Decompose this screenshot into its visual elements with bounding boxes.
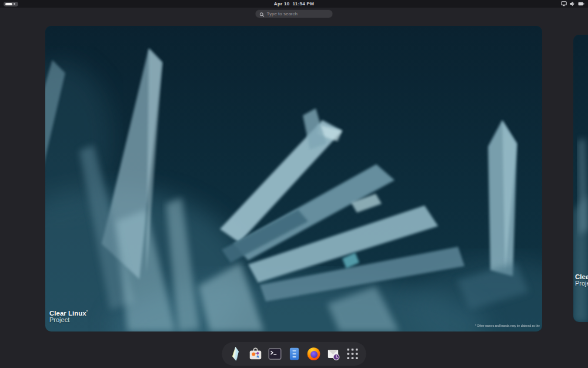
dash [222,342,366,366]
volume-icon [570,1,575,6]
nine-dot-grid-glyph [345,346,360,362]
terminal-prompt-glyph [267,346,282,362]
firefox-flame-glyph [306,346,321,362]
clock[interactable]: Apr 10 11:54 PM [274,0,314,8]
envelope-clock-glyph [325,346,340,362]
workspaces-indicator[interactable] [4,2,18,6]
crystal-shard-glyph [228,346,243,362]
firefox-icon[interactable] [305,346,322,363]
workspace-dot [14,3,15,5]
file-cabinet-glyph [286,346,302,362]
search-input[interactable] [267,11,329,16]
wallpaper-crystals-partial [573,35,588,322]
software-store-icon[interactable] [247,346,264,363]
search-icon [260,9,265,19]
terminal-icon[interactable] [266,346,283,363]
system-status-area[interactable] [561,1,584,6]
top-bar: Apr 10 11:54 PM [0,0,588,8]
app-grid-icon[interactable] [344,346,361,363]
clear-linux-logo-icon[interactable] [228,346,245,363]
active-workspace-pill [5,3,12,5]
mail-pending-icon[interactable] [325,346,342,363]
battery-icon [578,1,584,6]
wallpaper-crystals [45,26,542,331]
workspace-thumbnail-adjacent[interactable]: Clear Linux Project [573,35,588,322]
files-icon[interactable] [286,346,303,363]
workspace-thumbnail-primary[interactable]: Clear Linux* Project * Other names and b… [45,26,542,331]
network-icon [561,1,567,6]
search-bar[interactable] [255,9,333,18]
shopping-bag-glyph [248,346,263,362]
